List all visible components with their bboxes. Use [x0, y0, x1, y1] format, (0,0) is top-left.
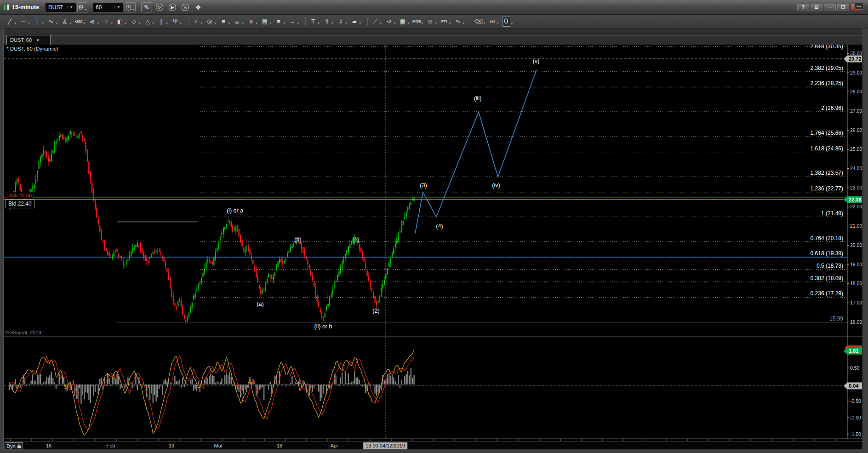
- regression-icon[interactable]: ⁄⁄▼: [192, 17, 203, 26]
- mob-tool-icon[interactable]: MOB▼: [412, 17, 424, 26]
- triangle-icon[interactable]: △▼: [143, 17, 155, 26]
- symbol-combo[interactable]: DUST ▼: [46, 3, 76, 12]
- x-axis-label: Apr: [330, 443, 338, 448]
- text-tool-icon[interactable]: T▼: [309, 17, 320, 26]
- fib-zone-icon[interactable]: ▤▼: [261, 17, 272, 26]
- fib-level-label: 2.382 (29.05): [811, 65, 843, 71]
- candles-layer[interactable]: [9, 126, 415, 324]
- vertical-line-icon[interactable]: │▼: [33, 17, 45, 26]
- ray-fan-icon[interactable]: ⋞▼: [88, 17, 100, 26]
- help-button[interactable]: ?: [797, 4, 809, 11]
- wave-label[interactable]: (a): [257, 301, 263, 307]
- price-axis-label: 17.00: [850, 300, 862, 305]
- eraser-icon[interactable]: ⌫▼: [474, 17, 486, 26]
- app-window: 15-minute DUST ▼ ⚙▼ 60 ▼ ◷▼ ✎⟳▶A❖ ?⊡─❐✕ …: [0, 0, 868, 453]
- rectangle-icon[interactable]: ◧▼: [116, 17, 127, 26]
- fib-time-zones-icon[interactable]: |||▼: [247, 17, 258, 26]
- grid-icon[interactable]: ▦▼: [399, 17, 410, 26]
- price-lines-icon[interactable]: ≂▼: [288, 17, 300, 26]
- restore-button[interactable]: ❐: [837, 4, 849, 11]
- chevron-down-icon[interactable]: ▼: [67, 5, 73, 9]
- play-button[interactable]: ▶: [167, 2, 178, 12]
- wave-label[interactable]: (ii) or b: [314, 323, 332, 330]
- interval-value: 60: [96, 4, 102, 11]
- chevron-down-icon[interactable]: ▼: [114, 5, 120, 9]
- window-bottom-edge: [0, 449, 868, 453]
- pitchfork-icon[interactable]: Ψ▼: [171, 17, 183, 26]
- logo-u-button[interactable]: Ü▼: [502, 17, 514, 27]
- toolbar-overflow-button[interactable]: ⊶: [854, 3, 863, 10]
- oscillator-layer[interactable]: [4, 350, 847, 435]
- interval-combo[interactable]: 60 ▼: [93, 3, 123, 12]
- bottom-tick-marks: [11, 439, 835, 441]
- pti-tool-icon[interactable]: PTI▼: [440, 17, 451, 26]
- symbol-settings-button[interactable]: ⚙▼: [77, 2, 88, 12]
- wave-label[interactable]: (3): [420, 182, 427, 189]
- x-axis-label: 19: [169, 443, 174, 448]
- fib-level-label: 2.236 (28.25): [811, 80, 843, 86]
- oscillator-axis-label: -1.50: [850, 431, 861, 437]
- wave-label[interactable]: (iii): [474, 95, 482, 102]
- price-axis[interactable]: 16.0017.0018.0019.0020.0021.0022.0023.00…: [847, 51, 862, 437]
- dyn-label: Dyn: [6, 443, 16, 449]
- auto-trade-button[interactable]: A: [180, 2, 191, 12]
- chart-svg[interactable]: 2.618 (30.35)2.382 (29.05)2.236 (28.25)2…: [4, 45, 862, 442]
- minimize-button[interactable]: ─: [824, 4, 836, 11]
- wave-label[interactable]: (v): [533, 58, 540, 64]
- price-axis-label: 27.00: [850, 108, 862, 114]
- extend-left-icon[interactable]: ⋖▼: [385, 17, 396, 26]
- price-axis-label: 20.00: [850, 242, 862, 248]
- ray-dots-icon[interactable]: ⟋▼: [371, 17, 383, 26]
- comment-bubble-icon[interactable]: ✉▼: [488, 17, 500, 26]
- wave-label[interactable]: (i) or a: [227, 207, 243, 214]
- oscillator-signal-line: [9, 356, 414, 430]
- circled-t3-icon[interactable]: ⊙▼: [426, 17, 438, 26]
- elliott-projection-line[interactable]: [415, 70, 537, 234]
- fib-circles-icon[interactable]: ◎▼: [206, 17, 217, 26]
- lock-icon: [17, 443, 21, 448]
- speed-lines-icon[interactable]: ≡▼: [274, 17, 286, 26]
- fib-extension-icon[interactable]: ≣▼: [233, 17, 245, 26]
- oscillator-main-line: [9, 350, 414, 435]
- fib-retracement-icon[interactable]: ≡▼: [219, 17, 231, 26]
- time-settings-button[interactable]: ◷▼: [125, 2, 136, 12]
- price-axis-label: 18.00: [850, 281, 862, 286]
- horizontal-line-icon[interactable]: ─▼: [19, 17, 31, 26]
- window-menu-button[interactable]: ⊡: [811, 4, 822, 11]
- fib-base-label: 15.99: [829, 315, 843, 322]
- oscillator-axis-label: -0.50: [850, 398, 861, 404]
- diamond-icon[interactable]: ◇▼: [130, 17, 141, 26]
- navigate-button[interactable]: ❖: [193, 2, 204, 12]
- flag-marker-icon[interactable]: ▰▼: [350, 17, 362, 26]
- wave-label[interactable]: (iv): [492, 182, 500, 189]
- tab-strip-line: [4, 35, 862, 35]
- bid-price-box: Bid 22.40: [6, 200, 34, 208]
- arrow-down-icon[interactable]: ⇩▼: [337, 17, 348, 26]
- wave-label[interactable]: (2): [372, 308, 379, 314]
- close-icon[interactable]: ×: [36, 37, 39, 43]
- zigzag-icon[interactable]: ∿▼: [47, 17, 58, 26]
- draw-button[interactable]: ✎: [141, 2, 152, 12]
- ellipse-icon[interactable]: ○▼: [102, 17, 114, 26]
- wave-count-icon[interactable]: ∿▼: [454, 17, 465, 26]
- tab-dust-60[interactable]: DUST, 60 ×: [6, 35, 51, 45]
- fib-level-label: 0.764 (20.18): [811, 235, 843, 241]
- time-axis[interactable]: Dyn 16Feb19Mar18Apr 13:00 04/12/2019: [4, 442, 862, 449]
- replay-button[interactable]: ⟳: [154, 2, 165, 12]
- fib-level-label: 1.382 (23.57): [811, 170, 843, 176]
- arrow-up-icon[interactable]: ⇧▼: [323, 17, 334, 26]
- fan-lines-icon[interactable]: ∡▼: [61, 17, 72, 26]
- chart-canvas[interactable]: 2.618 (30.35)2.382 (29.05)2.236 (28.25)2…: [4, 45, 862, 442]
- chart-tab-strip: DUST, 60 ×: [4, 29, 862, 45]
- dyn-mode-button[interactable]: Dyn: [5, 442, 23, 449]
- gann-fan-icon[interactable]: ⋘▼: [74, 17, 86, 26]
- window-right-edge: [862, 29, 868, 453]
- wave-label[interactable]: (b): [294, 236, 301, 243]
- svg-text:29.72: 29.72: [849, 56, 862, 62]
- wave-label[interactable]: (1): [352, 236, 359, 243]
- parallel-channel-icon[interactable]: ∥▼: [157, 17, 169, 26]
- wave-label[interactable]: (4): [436, 223, 443, 229]
- symbol-value: DUST: [48, 4, 63, 11]
- trend-line-icon[interactable]: ╱▼: [6, 17, 17, 26]
- tab-label: DUST, 60: [10, 37, 32, 43]
